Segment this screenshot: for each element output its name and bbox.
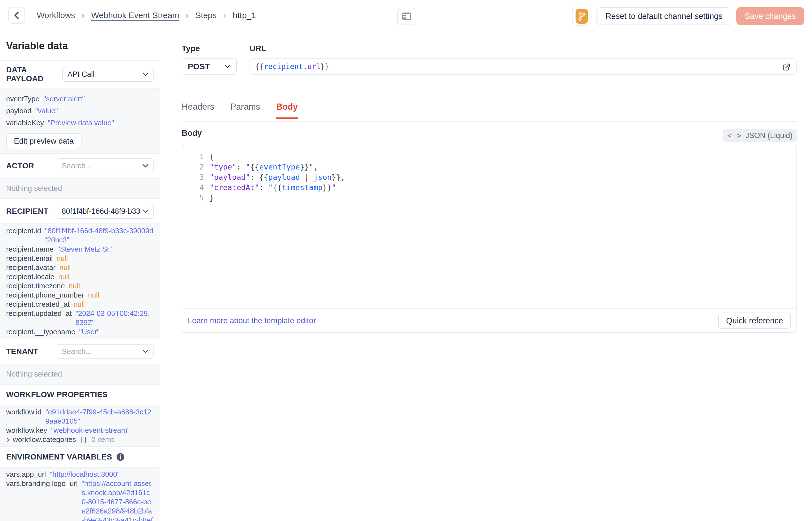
recipient-prop-row: recipient.avatar null xyxy=(6,263,153,272)
tenant-search-select[interactable]: Search... xyxy=(57,344,153,359)
actor-empty-state: Nothing selected xyxy=(0,178,160,199)
recipient-select[interactable]: 80f1f4bf-166d-48f9-b33c xyxy=(57,204,153,219)
prop-value: "Steven Metz Sr." xyxy=(57,245,114,254)
breadcrumb-steps: Steps xyxy=(195,10,217,20)
topbar-actions: Reset to default channel settings Save c… xyxy=(572,7,804,26)
env-var-row: vars.branding.logo_url "https://account-… xyxy=(6,479,153,521)
code-line: 5 } xyxy=(182,192,796,203)
tab-headers[interactable]: Headers xyxy=(182,102,214,118)
breadcrumb: Workflows › Webhook Event Stream › Steps… xyxy=(37,10,256,20)
breadcrumb-workflow-name[interactable]: Webhook Event Stream xyxy=(91,10,179,20)
prop-value: "http://localhost:3000" xyxy=(50,470,120,479)
actor-search-placeholder: Search... xyxy=(62,162,92,170)
payload-key: payload xyxy=(6,105,31,116)
prop-key: recipient.updated_at xyxy=(6,309,72,327)
workflow-properties-label: WORKFLOW PROPERTIES xyxy=(6,390,108,399)
tenant-search-placeholder: Search... xyxy=(62,347,92,356)
payload-key: variableKey xyxy=(6,117,44,128)
top-bar: Workflows › Webhook Event Stream › Steps… xyxy=(0,0,812,31)
code-token: }}, xyxy=(332,173,345,181)
prop-key: recipient.email xyxy=(6,254,53,263)
recipient-prop-row: recipient.__typename "User" xyxy=(6,327,153,337)
data-payload-selected-value: API Call xyxy=(67,70,95,79)
prop-value: null xyxy=(73,300,85,309)
info-icon[interactable] xyxy=(116,453,125,461)
tab-params[interactable]: Params xyxy=(230,102,260,118)
tab-body[interactable]: Body xyxy=(276,102,298,118)
code-token: payload xyxy=(268,173,300,181)
recipient-prop-row: recipient.name "Steven Metz Sr." xyxy=(6,245,153,254)
edit-preview-data-button[interactable]: Edit preview data xyxy=(6,133,81,149)
url-token: url xyxy=(307,62,320,71)
editor-footer: Learn more about the template editor Qui… xyxy=(182,308,796,332)
prop-key: recipient.locale xyxy=(6,272,54,281)
env-var-row: vars.app_url "http://localhost:3000" xyxy=(6,470,153,479)
chevron-down-icon xyxy=(142,72,148,76)
prop-value: "2024-03-05T00:42:29.839Z" xyxy=(76,309,153,327)
payload-row: variableKey "Preview data value" xyxy=(6,117,153,128)
save-changes-button[interactable]: Save changes xyxy=(736,7,804,25)
workflow-prop-row: workflow.key "webhook-event-stream" xyxy=(6,426,153,435)
data-payload-preview: eventType "server:alert" payload "value"… xyxy=(0,88,160,154)
code-token: : "{{ xyxy=(259,183,282,192)
url-token: {{ xyxy=(255,62,264,71)
url-label: URL xyxy=(249,44,266,53)
code-token: }}", xyxy=(300,162,318,171)
actor-row: ACTOR Search... xyxy=(0,154,160,178)
breadcrumb-separator: › xyxy=(223,10,226,20)
line-number: 3 xyxy=(182,172,210,182)
quick-reference-button[interactable]: Quick reference xyxy=(718,313,791,329)
code-token: eventType xyxy=(259,162,300,171)
method-select[interactable]: POST xyxy=(182,59,237,74)
url-input[interactable]: {{recipient.url}} xyxy=(249,59,797,74)
panel-toggle-button[interactable] xyxy=(397,8,416,25)
code-token: json xyxy=(313,173,332,181)
categories-bracket: [ ] xyxy=(80,435,87,444)
recipient-label: RECIPIENT xyxy=(6,207,48,216)
environment-variables: vars.app_url "http://localhost:3000" var… xyxy=(0,467,160,521)
recipient-prop-row: recipient.id "80f1f4bf-166d-48f9-b33c-39… xyxy=(6,226,153,245)
code-token: }}" xyxy=(323,183,336,192)
body-template-editor[interactable]: 1 { 2 "type": "{{eventType}}", 3 "payloa… xyxy=(182,145,797,333)
line-number: 5 xyxy=(182,192,210,203)
payload-row: eventType "server:alert" xyxy=(6,93,153,104)
prop-value: "https://account-assets.knock.app/42d161… xyxy=(81,479,153,521)
actor-label: ACTOR xyxy=(6,161,34,170)
data-payload-select[interactable]: API Call xyxy=(62,67,153,82)
chevron-down-icon xyxy=(143,209,148,213)
http-step-editor: Type POST URL {{recipient.url}} Headers … xyxy=(161,32,802,521)
body-section-label: Body xyxy=(182,129,202,138)
prop-key: recipient.avatar xyxy=(6,263,56,272)
recipient-prop-row: recipient.locale null xyxy=(6,272,153,281)
prop-value: null xyxy=(59,263,71,272)
prop-value: "webhook-event-stream" xyxy=(51,426,129,435)
reset-channel-settings-button[interactable]: Reset to default channel settings xyxy=(596,7,731,25)
commit-badge xyxy=(576,9,588,24)
prop-value: null xyxy=(58,272,69,281)
git-branch-icon xyxy=(578,11,585,21)
workflow-categories-row[interactable]: workflow.categories [ ] 0 items xyxy=(6,435,153,444)
back-button[interactable] xyxy=(8,7,25,24)
tenant-row: TENANT Search... xyxy=(0,339,160,364)
workflow-prop-row: workflow.id "e91ddae4-7f99-45cb-a688-3c1… xyxy=(6,407,153,426)
chevron-left-icon xyxy=(13,11,20,20)
template-editor-docs-link[interactable]: Learn more about the template editor xyxy=(188,316,316,325)
recipient-prop-row: recipient.email null xyxy=(6,254,153,263)
categories-count: 0 items xyxy=(92,435,115,444)
commit-changes-button[interactable] xyxy=(572,7,591,26)
line-number: 4 xyxy=(182,182,210,192)
tenant-label: TENANT xyxy=(6,347,38,356)
environment-variables-label: ENVIRONMENT VARIABLES xyxy=(6,453,112,461)
environment-variables-header: ENVIRONMENT VARIABLES xyxy=(0,447,160,467)
code-line: 4 "createdAt": "{{timestamp}}" xyxy=(182,182,796,192)
code-token: timestamp xyxy=(282,183,323,192)
actor-search-select[interactable]: Search... xyxy=(57,158,153,174)
workflow-properties: workflow.id "e91ddae4-7f99-45cb-a688-3c1… xyxy=(0,405,160,447)
open-url-button[interactable] xyxy=(782,63,791,71)
chevron-down-icon xyxy=(142,164,148,168)
data-payload-row: DATA PAYLOAD API Call xyxy=(0,61,160,88)
code-area[interactable]: 1 { 2 "type": "{{eventType}}", 3 "payloa… xyxy=(182,145,796,308)
url-token: recipient xyxy=(264,62,303,71)
code-line: 3 "payload": {{payload | json}}, xyxy=(182,172,796,182)
prop-key: recipient.name xyxy=(6,245,54,254)
